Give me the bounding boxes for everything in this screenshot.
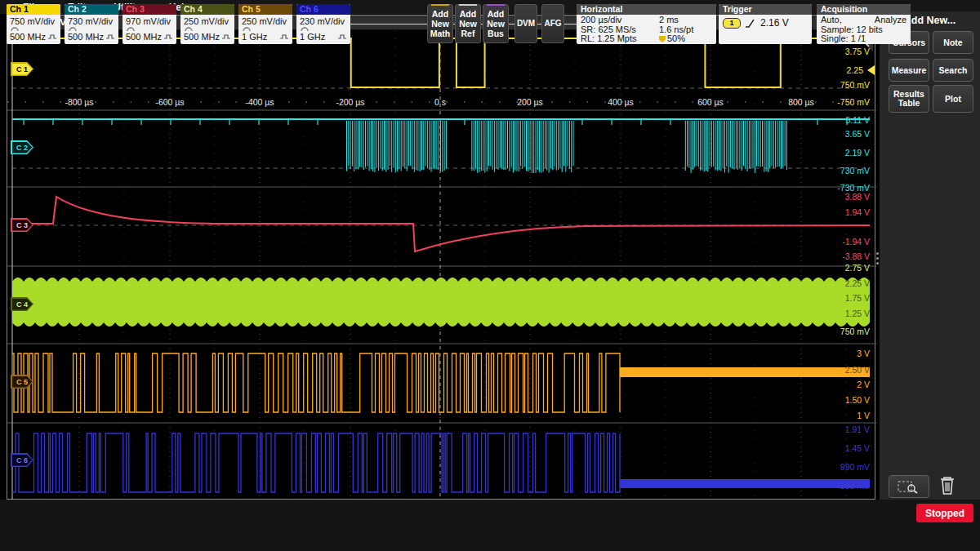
scale-label: 1.45 V [845, 443, 870, 453]
time-tick: 0 s [434, 97, 446, 107]
acquisition-single: Single: 1 /1 [821, 34, 906, 44]
add-new-bus-button[interactable]: Add New Bus [483, 4, 509, 43]
channel-badge-header: Ch 2 [65, 4, 118, 15]
time-tick: 200 µs [517, 97, 543, 107]
measure-button[interactable]: Measure [889, 59, 929, 82]
acquisition-title: Acquisition [817, 4, 911, 15]
channel-badge-ch6[interactable]: Ch 6 230 mV/div 1 GHz [296, 4, 350, 44]
bandwidth-label: 500 MHz [126, 32, 162, 42]
scale-label: 990 mV [840, 462, 870, 472]
bandwidth-icon [164, 33, 173, 40]
time-tick: 400 µs [608, 97, 634, 107]
dvm-button[interactable]: DVM [514, 4, 537, 43]
plot-button[interactable]: Plot [933, 85, 973, 113]
channel-badge-ch2[interactable]: Ch 2 730 mV/div 500 MHz [65, 4, 118, 44]
scale-label: 1.75 V [845, 293, 870, 303]
math-color-stripe [431, 4, 449, 6]
bottom-bar [0, 500, 980, 551]
run-stop-status-button[interactable]: Stopped [916, 504, 973, 522]
position-flag-icon [659, 36, 666, 42]
afg-button[interactable]: AFG [541, 4, 564, 43]
horizontal-title: Horizontal [577, 4, 716, 15]
bandwidth-label: 1 GHz [300, 32, 325, 42]
channel-badge-ch1[interactable]: Ch 1 750 mV/div 500 MHz [7, 4, 60, 44]
channel-badge-header: Ch 6 [296, 4, 350, 15]
time-tick: -600 µs [155, 97, 184, 107]
scale-label: 2 V [857, 380, 870, 389]
rising-edge-icon [745, 18, 756, 29]
channel-scale: 230 mV/div [296, 15, 350, 26]
add-new-ref-button[interactable]: Add New Ref [455, 4, 481, 43]
trash-icon [937, 473, 958, 496]
scale-label: -1.94 V [842, 237, 870, 247]
time-tick: -400 µs [245, 97, 274, 107]
trigger-source-badge: 1 [723, 18, 741, 29]
time-tick: -200 µs [336, 97, 364, 107]
bandwidth-icon [222, 33, 231, 40]
scale-label: 5.11 V [845, 115, 870, 125]
waveform-view[interactable]: Waveform View T -800 µs -600 µs -400 µs … [7, 15, 875, 500]
acquisition-analyze: Analyze [875, 16, 906, 25]
bandwidth-label: 500 MHz [68, 32, 104, 42]
bandwidth-label: 500 MHz [10, 32, 46, 42]
scale-label: 3.65 V [845, 129, 870, 139]
acquisition-panel[interactable]: Acquisition Auto, Analyze Sample: 12 bit… [817, 4, 911, 44]
scale-label: 530 mV [840, 481, 870, 491]
trigger-level: 2.16 V [760, 19, 789, 29]
scale-label: 2.25 [847, 65, 863, 75]
channel-badge-header: Ch 4 [180, 4, 234, 15]
add-new-panel: Add New... Cursors Note Measure Search R… [879, 11, 980, 500]
scale-label: 1.91 V [845, 424, 870, 434]
scale-label: 2.50 V [845, 365, 870, 375]
note-button[interactable]: Note [933, 31, 973, 54]
channel-badge-header: Ch 5 [238, 4, 292, 15]
scale-label: -750 mV [837, 97, 870, 107]
channel-badge-header: Ch 3 [122, 4, 176, 15]
horizontal-scale: 200 µs/div [581, 16, 656, 25]
scale-label: 3 V [857, 349, 870, 358]
scale-label: 1.25 V [845, 309, 870, 318]
ch1-reference-arrow-icon[interactable] [867, 65, 875, 75]
scale-label: 3.75 V [845, 47, 870, 56]
trash-button[interactable] [937, 473, 966, 498]
add-new-math-button[interactable]: Add New Math [427, 4, 453, 43]
bandwidth-icon [106, 33, 115, 40]
scale-label: 1.50 V [845, 395, 870, 405]
bandwidth-icon [48, 33, 57, 40]
time-tick: -800 µs [65, 97, 93, 107]
scale-label: 2.19 V [845, 148, 870, 158]
bandwidth-icon [280, 33, 289, 40]
channel-badge-ch5[interactable]: Ch 5 250 mV/div 1 GHz [238, 4, 292, 44]
bus-color-stripe [487, 4, 505, 6]
channel-scale: 250 mV/div [238, 15, 292, 26]
time-tick: 600 µs [697, 97, 724, 107]
channel-scale: 970 mV/div [122, 15, 176, 26]
scale-label: -3.88 V [842, 251, 870, 261]
time-tick: 800 µs [788, 97, 814, 107]
results-table-button[interactable]: Results Table [889, 85, 929, 113]
channel-badge-ch3[interactable]: Ch 3 970 mV/div 500 MHz [122, 4, 176, 44]
zoom-tool-button[interactable] [889, 475, 929, 498]
channel-badge-header: Ch 1 [7, 4, 60, 15]
scale-label: 730 mV [840, 166, 870, 176]
bandwidth-label: 500 MHz [184, 32, 220, 42]
scale-label: 2.25 V [845, 278, 870, 288]
horizontal-position: 50% [659, 34, 712, 44]
scale-label: 1.94 V [845, 207, 870, 217]
acquisition-mode: Auto, [821, 16, 842, 25]
search-button[interactable]: Search [933, 59, 973, 82]
scale-label: 750 mV [840, 80, 870, 90]
channel-scale: 730 mV/div [65, 15, 118, 26]
scale-label: 750 mV [840, 327, 870, 336]
channel-badge-ch4[interactable]: Ch 4 250 mV/div 500 MHz [180, 4, 234, 44]
horizontal-panel[interactable]: Horizontal 200 µs/div 2 ms SR: 625 MS/s … [577, 4, 716, 44]
scale-label: 1 V [857, 411, 870, 420]
channel-scale: 750 mV/div [7, 15, 60, 26]
record-length: RL: 1.25 Mpts [581, 34, 656, 44]
channel-scale: 250 mV/div [180, 15, 234, 26]
bandwidth-label: 1 GHz [242, 32, 267, 42]
scale-label: 3.88 V [845, 192, 870, 202]
zoom-box-icon [897, 479, 921, 494]
ref-color-stripe [459, 4, 477, 6]
trigger-panel[interactable]: Trigger 1 2.16 V [719, 4, 812, 44]
